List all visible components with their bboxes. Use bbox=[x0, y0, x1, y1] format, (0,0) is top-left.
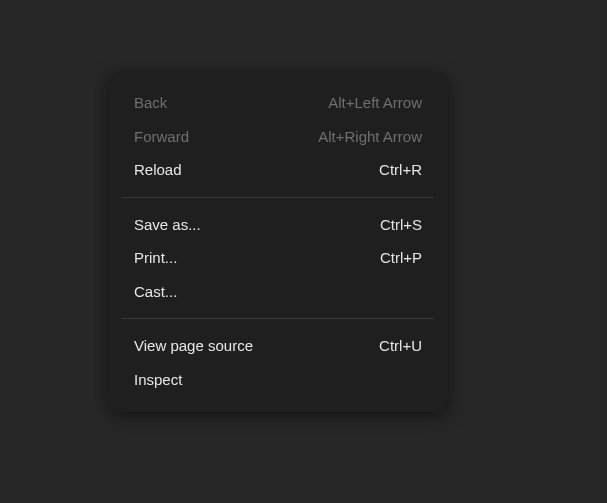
menu-separator bbox=[122, 318, 434, 319]
menu-item-cast[interactable]: Cast... bbox=[108, 275, 448, 309]
menu-item-label: Cast... bbox=[134, 282, 177, 302]
context-menu: Back Alt+Left Arrow Forward Alt+Right Ar… bbox=[108, 72, 448, 412]
menu-item-label: Inspect bbox=[134, 370, 182, 390]
menu-item-label: Reload bbox=[134, 160, 182, 180]
menu-item-save-as[interactable]: Save as... Ctrl+S bbox=[108, 208, 448, 242]
menu-item-inspect[interactable]: Inspect bbox=[108, 363, 448, 397]
menu-item-shortcut: Ctrl+S bbox=[380, 215, 422, 235]
menu-item-shortcut: Ctrl+U bbox=[379, 336, 422, 356]
menu-item-label: Back bbox=[134, 93, 167, 113]
menu-item-back[interactable]: Back Alt+Left Arrow bbox=[108, 86, 448, 120]
menu-item-shortcut: Alt+Left Arrow bbox=[328, 93, 422, 113]
menu-item-label: Save as... bbox=[134, 215, 201, 235]
menu-item-shortcut: Ctrl+P bbox=[380, 248, 422, 268]
menu-item-view-page-source[interactable]: View page source Ctrl+U bbox=[108, 329, 448, 363]
menu-item-label: Print... bbox=[134, 248, 177, 268]
menu-item-label: View page source bbox=[134, 336, 253, 356]
menu-item-shortcut: Alt+Right Arrow bbox=[318, 127, 422, 147]
menu-item-forward[interactable]: Forward Alt+Right Arrow bbox=[108, 120, 448, 154]
menu-item-shortcut: Ctrl+R bbox=[379, 160, 422, 180]
menu-item-label: Forward bbox=[134, 127, 189, 147]
menu-item-reload[interactable]: Reload Ctrl+R bbox=[108, 153, 448, 187]
menu-item-print[interactable]: Print... Ctrl+P bbox=[108, 241, 448, 275]
menu-separator bbox=[122, 197, 434, 198]
